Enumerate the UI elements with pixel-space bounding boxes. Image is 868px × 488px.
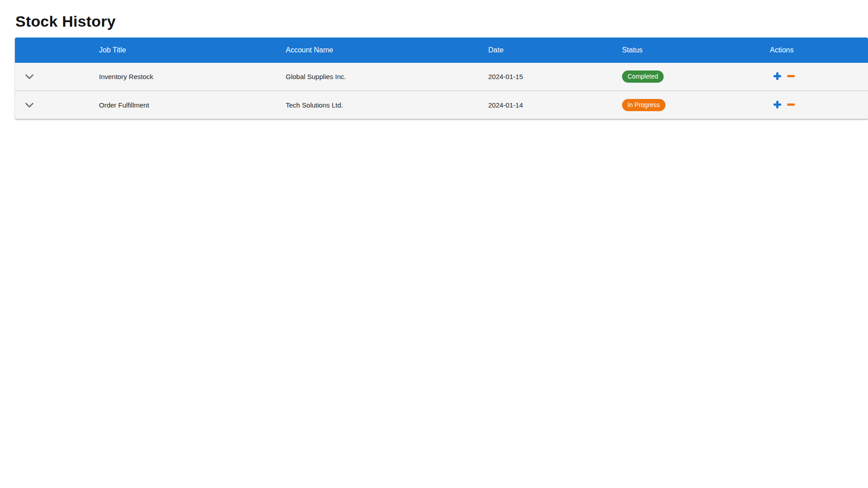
- job-title-cell: Inventory Restock: [92, 63, 278, 91]
- expander-cell: [15, 63, 92, 91]
- job-title-cell: Order Fulfillment: [92, 91, 278, 119]
- stock-history-table: Job Title Account Name Date Status Actio…: [15, 38, 868, 119]
- column-header-job-title: Job Title: [92, 38, 278, 63]
- table-row: Order Fulfillment Tech Solutions Ltd. 20…: [15, 91, 868, 119]
- table-row: Inventory Restock Global Supplies Inc. 2…: [15, 63, 868, 91]
- account-name-cell: Global Supplies Inc.: [278, 63, 481, 91]
- minus-icon[interactable]: [787, 75, 795, 77]
- actions-cell: [763, 63, 868, 91]
- status-badge: In Progress: [622, 99, 665, 111]
- expander-cell: [15, 91, 92, 119]
- column-header-account-name: Account Name: [278, 38, 481, 63]
- minus-icon[interactable]: [787, 103, 795, 106]
- date-cell: 2024-01-15: [481, 63, 615, 91]
- plus-icon[interactable]: [774, 101, 781, 108]
- chevron-down-icon[interactable]: [24, 71, 35, 82]
- column-header-status: Status: [615, 38, 763, 63]
- page-title: Stock History: [15, 13, 868, 30]
- status-cell: Completed: [615, 63, 763, 91]
- account-name-cell: Tech Solutions Ltd.: [278, 91, 481, 119]
- chevron-down-icon[interactable]: [24, 100, 35, 111]
- stock-history-table-card: Job Title Account Name Date Status Actio…: [15, 38, 868, 119]
- actions-cell: [763, 91, 868, 119]
- status-cell: In Progress: [615, 91, 763, 119]
- column-header-date: Date: [481, 38, 615, 63]
- date-cell: 2024-01-14: [481, 91, 615, 119]
- plus-icon[interactable]: [774, 72, 781, 80]
- column-header-expander: [15, 38, 92, 63]
- column-header-actions: Actions: [763, 38, 868, 63]
- table-header-row: Job Title Account Name Date Status Actio…: [15, 38, 868, 63]
- status-badge: Completed: [622, 70, 664, 83]
